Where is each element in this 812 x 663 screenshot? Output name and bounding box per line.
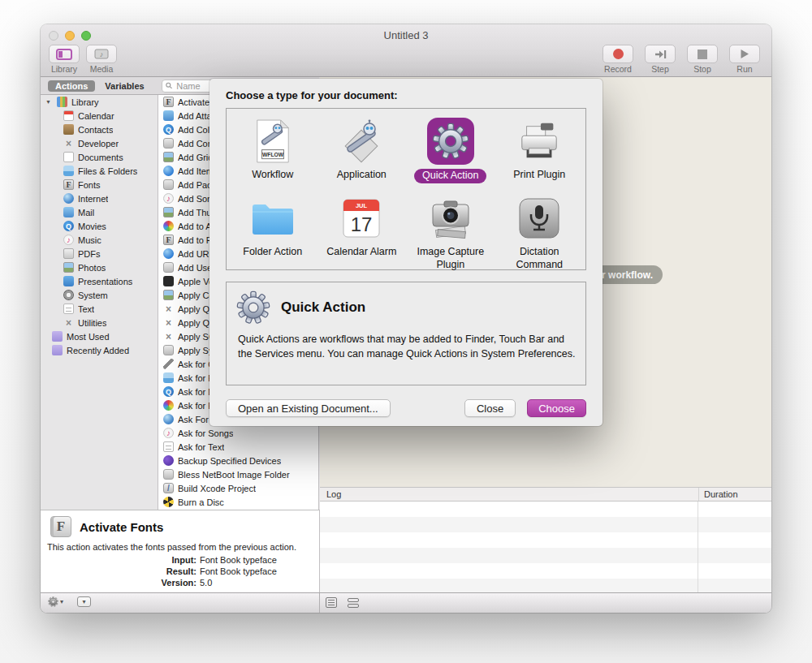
step-button-label: Step: [651, 64, 669, 74]
qt-icon: Q: [63, 221, 74, 231]
doc-type-application[interactable]: Application: [317, 113, 407, 190]
action-item-label: Backup Specified Devices: [178, 456, 281, 466]
sidebar-item-developer[interactable]: ×Developer: [41, 136, 158, 150]
stop-button[interactable]: Stop: [684, 45, 721, 74]
action-item-label: Add Grid: [178, 153, 213, 162]
svg-text:♪: ♪: [100, 50, 104, 58]
burn-icon: [163, 497, 174, 507]
sidebar-item-text[interactable]: Text: [41, 302, 158, 316]
xcode-icon: /: [163, 483, 174, 493]
doc-type-workflow[interactable]: WFLOWWorkflow: [228, 113, 317, 190]
action-item-label: Add to F: [178, 235, 212, 245]
sidebar-item-most-used[interactable]: Most Used: [41, 329, 158, 343]
action-item-label: Ask for Songs: [178, 428, 233, 438]
media-button[interactable]: ♪ Media: [83, 45, 120, 74]
sidebar-item-utilities[interactable]: ×Utilities: [41, 316, 158, 329]
media-icon: ♪: [94, 49, 109, 59]
sidebar-item-mail[interactable]: Mail: [41, 205, 158, 219]
doc-type-image-capture-plugin[interactable]: Image Capture Plugin: [406, 190, 495, 271]
log-table: [320, 502, 771, 592]
sidebar-item-system[interactable]: System: [41, 288, 158, 302]
sidebar-item-contacts[interactable]: Contacts: [41, 123, 158, 136]
doc-type-label: Quick Action: [414, 169, 486, 183]
action-item-ask-for-songs[interactable]: ♪Ask for Songs: [158, 426, 318, 440]
action-item-label: Ask for Text: [178, 442, 224, 452]
detail-field-version: Version:5.0: [41, 577, 319, 588]
sidebar-item-fonts[interactable]: FFonts: [41, 178, 158, 192]
action-item-label: Add Atta: [178, 111, 212, 121]
tab-actions[interactable]: Actions: [48, 80, 95, 92]
finder-icon: [63, 166, 74, 176]
workflow-view-button[interactable]: [348, 598, 359, 608]
svg-text:JUL: JUL: [356, 202, 368, 209]
action-item-label: Add Col: [178, 125, 209, 135]
doc-type-quick-action[interactable]: Quick Action: [406, 113, 495, 190]
mail-icon: [63, 207, 74, 217]
sidebar-item-photos[interactable]: Photos: [41, 260, 158, 274]
sidebar-item-music[interactable]: ♪Music: [41, 233, 158, 247]
sidebar-item-internet[interactable]: Internet: [41, 192, 158, 205]
action-item-label: Add Thu: [178, 208, 211, 217]
sidebar-item-files-folders[interactable]: Files & Folders: [41, 164, 158, 178]
choose-button[interactable]: Choose: [527, 399, 586, 417]
sidebar-item-pdfs[interactable]: PDFs: [41, 247, 158, 260]
open-existing-document-button[interactable]: Open an Existing Document...: [226, 399, 391, 417]
doc-type-folder-action[interactable]: Folder Action: [228, 190, 317, 271]
log-list-view-button[interactable]: [326, 597, 337, 608]
record-button[interactable]: Record: [599, 45, 637, 74]
workflow-icon: WFLOW: [249, 118, 296, 165]
stop-button-label: Stop: [693, 64, 711, 74]
sidebar-item-label: Contacts: [78, 125, 113, 135]
action-item-label: Add Item: [178, 166, 214, 176]
calendar-alarm-icon: JUL 17: [338, 195, 385, 242]
collapse-action-view-button[interactable]: ▾: [77, 596, 91, 607]
step-icon: [654, 50, 667, 59]
run-button[interactable]: Run: [726, 45, 763, 74]
duration-column-header[interactable]: Duration: [698, 488, 771, 501]
action-item-bless-netboot-image-folder[interactable]: Bless NetBoot Image Folder: [158, 467, 318, 481]
tab-variables[interactable]: Variables: [105, 81, 144, 91]
sidebar-item-recently-added[interactable]: Recently Added: [41, 343, 158, 357]
colorwheel-icon: [163, 221, 174, 231]
doc-type-print-plugin[interactable]: Print Plugin: [495, 113, 585, 190]
action-item-build-xcode-project[interactable]: /Build Xcode Project: [158, 481, 318, 495]
x-icon: ×: [163, 304, 174, 314]
pdf-icon: [63, 248, 74, 259]
sidebar-item-documents[interactable]: Documents: [41, 150, 158, 164]
sidebar-item-movies[interactable]: QMovies: [41, 219, 158, 233]
sidebar-item-label: Calendar: [78, 111, 114, 121]
media-button-label: Media: [90, 64, 114, 74]
action-detail-title: Activate Fonts: [80, 520, 163, 534]
doc-type-calendar-alarm[interactable]: JUL 17Calendar Alarm: [317, 190, 407, 271]
log-column-header[interactable]: Log: [320, 489, 698, 499]
search-icon: [166, 82, 172, 89]
text-icon: [63, 304, 74, 314]
action-options-gear-menu[interactable]: ▾: [48, 596, 63, 607]
globe-icon: [163, 414, 174, 424]
sidebar-item-calendar[interactable]: Calendar: [41, 109, 158, 123]
status-footer: ▾ ▾: [41, 592, 771, 613]
colorwheel-icon: [163, 400, 174, 411]
application-icon: [338, 118, 385, 165]
sidebar-item-presentations[interactable]: Presentations: [41, 274, 158, 288]
itunes-icon: ♪: [63, 235, 74, 245]
sidebar-item-label: Most Used: [67, 332, 110, 342]
sidebar-library-root[interactable]: ▼ Library: [41, 95, 158, 109]
action-item-label: Apple Ve: [178, 277, 214, 286]
action-item-ask-for-text[interactable]: Ask for Text: [158, 440, 318, 454]
step-button[interactable]: Step: [641, 45, 679, 74]
action-item-burn-a-disc[interactable]: Burn a Disc: [158, 495, 318, 509]
terminal-icon: [163, 276, 174, 286]
action-item-backup-specified-devices[interactable]: Backup Specified Devices: [158, 454, 318, 467]
print-plugin-icon: [516, 118, 563, 165]
sidebar-library-label: Library: [71, 97, 99, 107]
dialog-close-button[interactable]: Close: [464, 399, 516, 417]
svg-text:17: 17: [351, 213, 373, 235]
disclosure-triangle-icon[interactable]: ▼: [45, 99, 53, 105]
sidebar-item-label: Utilities: [78, 318, 106, 328]
library-button[interactable]: Library: [45, 45, 83, 74]
action-item-label: Activate: [178, 97, 209, 107]
svg-text:WFLOW: WFLOW: [262, 152, 284, 157]
doc-type-dictation-command[interactable]: Dictation Command: [495, 190, 585, 271]
dialog-prompt: Choose a type for your document:: [209, 79, 603, 108]
